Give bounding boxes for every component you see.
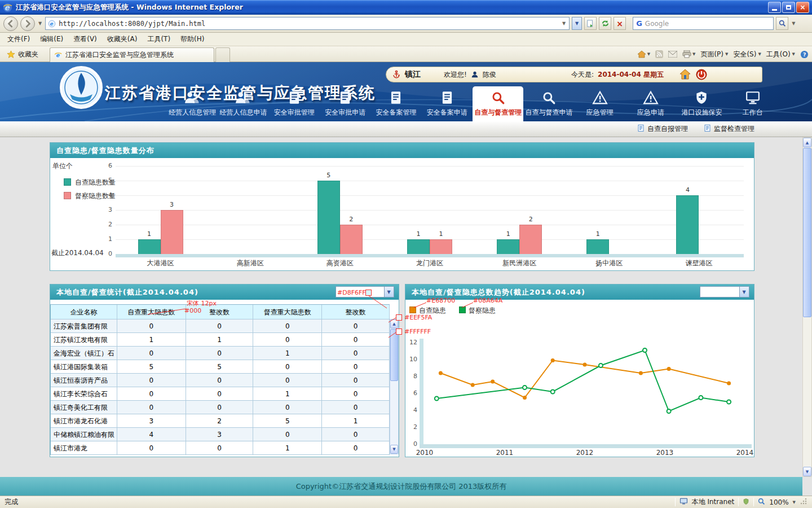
scroll-up-icon[interactable]: ▲	[390, 319, 398, 329]
nav-item-doc-4[interactable]: 安全备案管理	[370, 86, 421, 121]
cell-value: 0	[253, 319, 322, 333]
cell-value: 0	[186, 347, 254, 360]
status-text: 完成	[5, 497, 18, 507]
menu-item-view[interactable]: 查看(V)	[68, 33, 102, 46]
print-button[interactable]: ▼	[682, 50, 695, 58]
main-nav: 经营人信息管理经营人信息申请安全审批管理安全审批申请安全备案管理安全备案申请自查…	[167, 86, 778, 121]
compatibility-view-button[interactable]	[584, 17, 597, 30]
cell-value: 0	[117, 347, 186, 360]
command-button-tools[interactable]: 工具(O)▼	[766, 50, 795, 59]
search-box[interactable]: G Google	[633, 17, 774, 30]
page-scroll-thumb[interactable]	[803, 148, 811, 317]
nav-item-doc-2[interactable]: 安全审批管理	[269, 86, 320, 121]
menu-item-edit[interactable]: 编辑(E)	[35, 33, 68, 46]
cell-value: 0	[186, 319, 254, 333]
subnav-item-supervision-check[interactable]: 监督检查管理	[704, 124, 754, 134]
address-dropdown[interactable]: ▼	[561, 21, 567, 26]
page-scroll-up-icon[interactable]: ▲	[803, 138, 811, 147]
scroll-down-icon[interactable]: ▼	[390, 445, 398, 454]
table-row[interactable]: 镇江奇美化工有限0000	[51, 401, 390, 414]
subnav-item-label: 监督检查管理	[714, 124, 754, 134]
new-tab-stub[interactable]	[215, 47, 230, 62]
nav-item-magnifier-7[interactable]: 自查与督查申请	[523, 86, 574, 121]
page-scrollbar[interactable]: ▲ ▼	[802, 137, 812, 477]
address-bar[interactable]: e http://localhost:8080/yjpt/Main.html ▼	[45, 17, 570, 30]
minimize-button[interactable]	[768, 2, 781, 13]
forward-button[interactable]	[20, 16, 35, 31]
nav-item-warning-8[interactable]: 应急管理	[575, 86, 625, 121]
menu-item-file[interactable]: 文件(F)	[2, 33, 35, 46]
close-button[interactable]: ×	[796, 2, 809, 13]
doc-icon	[337, 90, 354, 105]
nav-item-magnifier-6[interactable]: 自查与督查管理	[473, 86, 523, 121]
history-dropdown[interactable]: ▼	[37, 21, 43, 26]
cell-value: 0	[253, 401, 322, 414]
help-button[interactable]: ?	[800, 50, 809, 59]
table-row[interactable]: 江苏索普集团有限0000	[51, 319, 390, 333]
anchor-icon	[392, 69, 401, 80]
table-row[interactable]: 镇江市港龙0010	[51, 441, 390, 455]
table-row[interactable]: 镇江恒泰沥青产品0000	[51, 374, 390, 387]
refresh-button[interactable]	[599, 17, 611, 30]
warning-icon	[592, 90, 608, 105]
table-panel-body: 企业名称自查重大隐患数整改数督查重大隐患数整改数江苏索普集团有限0000江苏镇江…	[50, 300, 399, 457]
table-row[interactable]: 中储粮镇江粮油有限4300	[51, 428, 390, 441]
nav-item-label: 应急管理	[586, 108, 614, 117]
feeds-button[interactable]	[655, 50, 663, 58]
cell-value: 1	[253, 387, 322, 401]
home-button[interactable]: ▼	[637, 50, 650, 58]
address-url: http://localhost:8080/yjpt/Main.html	[59, 20, 558, 28]
dropdown-arrow-icon[interactable]: ▼	[739, 287, 749, 297]
zoom-icon[interactable]	[758, 498, 765, 507]
command-button-page[interactable]: 页面(P)▼	[700, 50, 728, 59]
sub-nav: 自查自报管理监督检查管理	[0, 121, 812, 137]
search-button[interactable]	[776, 17, 788, 30]
nav-item-label: 应急申请	[637, 108, 664, 117]
search-options-dropdown[interactable]: ▼	[791, 21, 796, 26]
y-tick-label: 4	[98, 191, 112, 199]
nav-item-doc-5[interactable]: 安全备案申请	[422, 86, 473, 121]
zoom-dropdown[interactable]: ▼	[793, 500, 796, 505]
subnav-item-self-check-report[interactable]: 自查自报管理	[637, 124, 688, 134]
page-scroll-down-icon[interactable]: ▼	[803, 467, 811, 476]
table-row[interactable]: 金海宏业（镇江）石0010	[51, 347, 390, 360]
command-bar: ▼ ▼ 页面(P)▼安全(S)▼工具(O)▼ ?	[637, 46, 809, 62]
column-header-1: 自查重大隐患数	[117, 305, 186, 319]
y-tick-label: 8	[405, 373, 417, 380]
table-row[interactable]: 镇江港国际集装箱5500	[51, 360, 390, 374]
table-row[interactable]: 镇江李长荣综合石0010	[51, 387, 390, 401]
table-row[interactable]: 镇江市港龙石化港3251	[51, 414, 390, 428]
menu-item-help[interactable]: 帮助(H)	[175, 33, 209, 46]
menu-item-tools[interactable]: 工具(T)	[142, 33, 175, 46]
table-panel: 本地自查/督查统计(截止2014.04.04) ▼ 企业名称自查重大隐患数整改数…	[50, 284, 399, 457]
nav-item-monitor-11[interactable]: 工作台	[727, 86, 778, 121]
cell-value: 0	[253, 333, 322, 347]
restore-button[interactable]	[782, 2, 795, 13]
nav-item-users-1[interactable]: 经营人信息申请	[218, 86, 268, 121]
x-category-label: 高新港区	[205, 259, 295, 266]
dropdown-arrow-icon[interactable]: ▼	[384, 287, 394, 297]
nav-item-users-0[interactable]: 经营人信息管理	[167, 86, 218, 121]
zoom-level[interactable]: 100%	[769, 498, 788, 506]
home-shortcut-icon[interactable]	[679, 68, 691, 81]
favorites-button[interactable]: 收藏夹	[2, 48, 43, 60]
menu-item-favorites[interactable]: 收藏夹(A)	[102, 33, 143, 46]
browser-tab[interactable]: e 江苏省港口安全监管与应急管理系统	[50, 47, 214, 62]
logout-button[interactable]	[695, 68, 708, 81]
x-category-label: 高资港区	[295, 259, 385, 266]
table-scrollbar[interactable]: ▲ ▼	[390, 319, 399, 454]
line-filter-dropdown[interactable]: ▼	[700, 286, 749, 297]
resize-grip[interactable]	[800, 497, 807, 507]
address-go-dropdown[interactable]: ▼	[572, 17, 582, 30]
nav-item-shield-10[interactable]: 港口设施保安	[676, 86, 727, 121]
nav-item-warning-9[interactable]: 应急申请	[625, 86, 676, 121]
command-button-safety[interactable]: 安全(S)▼	[733, 50, 761, 59]
table-scroll-thumb[interactable]	[390, 329, 398, 381]
cell-value: 0	[322, 347, 390, 360]
cell-value: 0	[117, 374, 186, 387]
back-button[interactable]	[3, 16, 18, 31]
table-row[interactable]: 江苏镇江发电有限1100	[51, 333, 390, 347]
mail-button[interactable]	[668, 51, 677, 58]
stop-button[interactable]: ×	[614, 17, 626, 30]
nav-item-doc-3[interactable]: 安全审批申请	[320, 86, 370, 121]
